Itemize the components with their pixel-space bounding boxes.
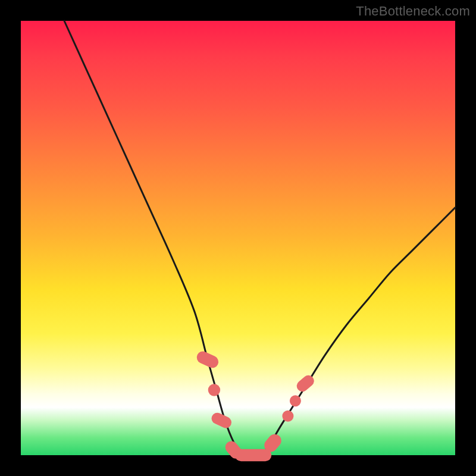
chart-frame: TheBottleneck.com xyxy=(0,0,476,476)
marker-pill-8 xyxy=(295,373,317,394)
watermark-text: TheBottleneck.com xyxy=(356,4,470,19)
bottleneck-curve xyxy=(64,21,455,456)
marker-circle-7 xyxy=(290,395,301,406)
marker-pill-4 xyxy=(235,449,271,461)
plot-area xyxy=(21,21,455,455)
marker-pill-2 xyxy=(209,411,233,430)
marker-circle-1 xyxy=(208,384,220,396)
curve-svg xyxy=(21,21,455,455)
markers-group xyxy=(195,349,316,461)
marker-circle-6 xyxy=(282,411,293,422)
marker-pill-0 xyxy=(195,349,220,370)
